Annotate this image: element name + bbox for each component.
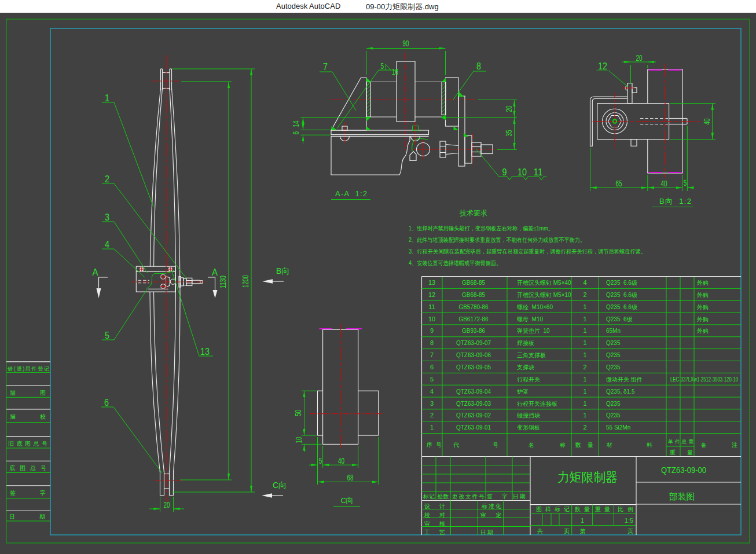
dim-20: 20 xyxy=(164,500,170,509)
drawing-canvas[interactable]: 1 2 3 4 5 6 13 1130 1200 20 A A B向 C向 xyxy=(0,0,756,554)
c-geometry xyxy=(318,329,379,444)
bom-cell-seq: 1 xyxy=(430,424,434,431)
bom-row: 2 QTZ63-09-02 碰撞挡块 1 Q235 xyxy=(430,412,621,419)
product-name: 力矩限制器 xyxy=(557,470,618,485)
pages-total-unit: 页 xyxy=(564,528,570,534)
bom-cell-name: 支撑块 xyxy=(517,364,535,370)
bom-cell-material: Q235 6级 xyxy=(606,316,633,322)
role-approve: 审定 xyxy=(480,512,501,518)
bom-cell-name: 焊接板 xyxy=(517,340,534,346)
tech-req-line-3: 3、行程开关间隙在装配完毕后，起重臂在吊额定起重量时，调整行程开关行程，调节后将… xyxy=(409,248,646,255)
bom-cell-seq: 12 xyxy=(428,291,435,298)
balloon-4: 4 xyxy=(105,239,109,250)
dim-5-b: 5 xyxy=(684,178,687,188)
bom-cell-code: QTZ63-09-04 xyxy=(456,388,491,395)
bom-cell-qty: 1 xyxy=(583,376,586,383)
role-standardize: 标准化 xyxy=(481,503,501,509)
dim-65: 65 xyxy=(616,179,622,188)
dim-14: 14 xyxy=(291,120,300,127)
bom-cell-code: GB68-85 xyxy=(462,292,485,298)
bom-header-weight-left: 重 xyxy=(669,449,676,456)
switch-housing xyxy=(136,266,203,292)
bom-cell-material: Q235 6.6级 xyxy=(606,304,637,310)
bom-row: 4 QTZ63-09-04 护罩 1 Q235, δ1.5 xyxy=(430,388,635,395)
bom-cell-qty: 1 xyxy=(583,351,586,358)
dim-90: 90 xyxy=(403,39,409,48)
section-markers: A A B向 C向 xyxy=(93,266,290,498)
margin-label-old-original-no: 旧底图总号 xyxy=(8,441,47,447)
bom-header-weight-right: 量 xyxy=(687,449,693,456)
bom-cell-qty: 1 xyxy=(583,339,586,346)
margin-label-trace-check: 描校 xyxy=(10,413,46,420)
dim-1130: 1130 xyxy=(218,276,227,288)
stamp-weight-label: 重量 xyxy=(594,506,610,512)
balloon-12: 12 xyxy=(598,61,607,72)
bom-cell-code: QTZ63-09-07 xyxy=(456,340,491,346)
bom-cell-name: 三角支撑板 xyxy=(517,352,546,358)
rev-count-label: 处数 xyxy=(438,493,449,500)
bom-cell-material: Q235 xyxy=(606,364,621,370)
dim-1200: 1200 xyxy=(241,275,250,288)
view-c-direction-label: C向 xyxy=(273,480,287,490)
bom-cell-code: QTZ63-09-02 xyxy=(456,412,491,419)
bom-cell-qty: 2 xyxy=(583,364,586,370)
bom-cell-material: Q235 xyxy=(606,412,621,419)
weld-size-text: 5 xyxy=(381,61,384,71)
pages-total-label: 共 xyxy=(537,528,543,534)
title-block: 标记 处数 更改文件号 签 字 日期 设计 标准化 校对 审定 审核 工艺 日期… xyxy=(422,457,742,535)
bom-header-remark: 备注 xyxy=(701,442,737,448)
bom-header-seq: 序号 xyxy=(427,442,442,448)
bom-cell-seq: 7 xyxy=(430,351,434,358)
margin-blocks: 借(通)用件登记 描图 描校 旧底图总号 底图总号 签字 日期 xyxy=(6,362,50,521)
dim-6: 6 xyxy=(291,131,300,135)
bom-cell-name: 变形钢板 xyxy=(517,424,540,431)
aa-dimensions: 90 20 35 14 6 xyxy=(291,39,517,149)
dim-40-b-right: 40 xyxy=(702,118,711,124)
rev-sign-label: 签 字 xyxy=(487,493,508,500)
bom-cell-material: Q235 xyxy=(606,340,621,346)
stamp-qty-value: 1 xyxy=(581,517,584,524)
bom-cell-name: 螺母 M10 xyxy=(517,316,543,322)
bom-cell-name: 碰撞挡块 xyxy=(516,412,541,419)
role-labels: 设计 标准化 校对 审定 审核 工艺 日期 xyxy=(424,503,501,535)
sheet-frames xyxy=(6,19,750,543)
balloon-3: 3 xyxy=(105,212,109,223)
stamp-scale-label: 比例 xyxy=(618,506,633,512)
role-design: 设计 xyxy=(424,503,445,509)
tech-req-line-4: 4、安装位置可选择塔帽或平衡臂侧面。 xyxy=(409,260,501,266)
window-titlebar[interactable]: Autodesk AutoCAD 09-00力矩限制器.dwg xyxy=(0,0,756,13)
bom-cell-material: 微动开关 组件 xyxy=(606,376,643,383)
role-check: 校对 xyxy=(424,512,445,518)
bom-cell-seq: 13 xyxy=(428,279,435,286)
bom-cell-code: QTZ63-09-03 xyxy=(456,401,491,407)
bom-row: 7 QTZ63-09-06 三角支撑板 1 Q235 xyxy=(430,351,621,358)
balloon-numbers: 1 2 3 4 5 6 13 xyxy=(104,93,210,408)
main-assembly-view: 1 2 3 4 5 6 13 1130 1200 20 A A B向 C向 xyxy=(93,55,290,512)
bom-cell-qty: 1 xyxy=(583,327,586,334)
rev-doc-label: 更改文件号 xyxy=(452,493,485,500)
pages-page-unit: 页 xyxy=(627,528,633,534)
bom-cell-material: 65Mn xyxy=(606,328,621,334)
bom-row: 6 QTZ63-09-05 支撑块 2 Q235 xyxy=(430,364,621,370)
dim-5-c: 5 xyxy=(319,456,322,465)
bom-rows: 13 GB68-85 开槽沉头螺钉 M5×40 4 Q235 6.6级 外购 1… xyxy=(428,279,738,431)
bom-cell-code: QTZ63-09-01 xyxy=(456,424,491,431)
bom-cell-material: Q235, δ1.5 xyxy=(606,388,635,395)
bom-cell-name: 螺栓 M10×60 xyxy=(517,304,553,310)
bom-cell-seq: 4 xyxy=(430,388,434,395)
section-a-left-label: A xyxy=(93,267,99,278)
dim-20-aa: 20 xyxy=(504,105,513,112)
view-b-direction-label: B向 xyxy=(276,266,289,276)
bom-cell-material: Q235 xyxy=(606,401,621,407)
bom-header: 序号 代号 名称 数量 材料 备注 单件 总量 重 量 xyxy=(427,439,737,456)
drawing-number: QTZ63-09-00 xyxy=(661,465,706,475)
bom-cell-seq: 6 xyxy=(430,364,434,370)
dim-35: 35 xyxy=(504,130,513,136)
view-b-title: B向 1:2 xyxy=(659,197,691,206)
tech-req-line-1: 1、组焊时严禁用锤头敲打，变形钢板左右对称，偏差≤1mm。 xyxy=(409,225,553,232)
revision-header-row: 标记 处数 更改文件号 签 字 日期 xyxy=(423,493,526,500)
margin-label-tracing: 描图 xyxy=(10,390,46,396)
role-date: 日期 xyxy=(480,529,493,535)
document-title: 09-00力矩限制器.dwg xyxy=(366,2,439,12)
bom-row: 1 QTZ63-09-01 变形钢板 2 55 Si2Mn xyxy=(430,424,630,431)
